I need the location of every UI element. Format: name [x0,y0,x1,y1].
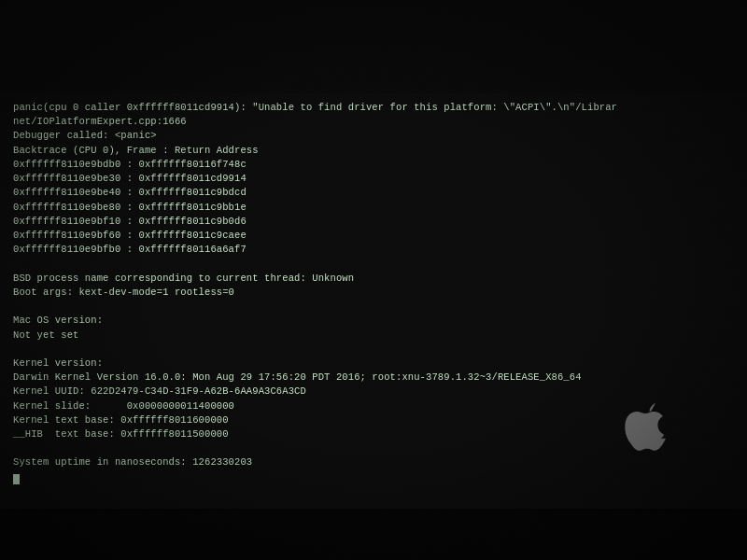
terminal-area: panic(cpu 0 caller 0xffffff8011cd9914): … [0,93,747,509]
bottom-dark-area [0,509,747,560]
top-dark-area [0,0,747,93]
screen: panic(cpu 0 caller 0xffffff8011cd9914): … [0,0,747,560]
apple-logo [624,403,672,457]
terminal-cursor [13,474,20,484]
